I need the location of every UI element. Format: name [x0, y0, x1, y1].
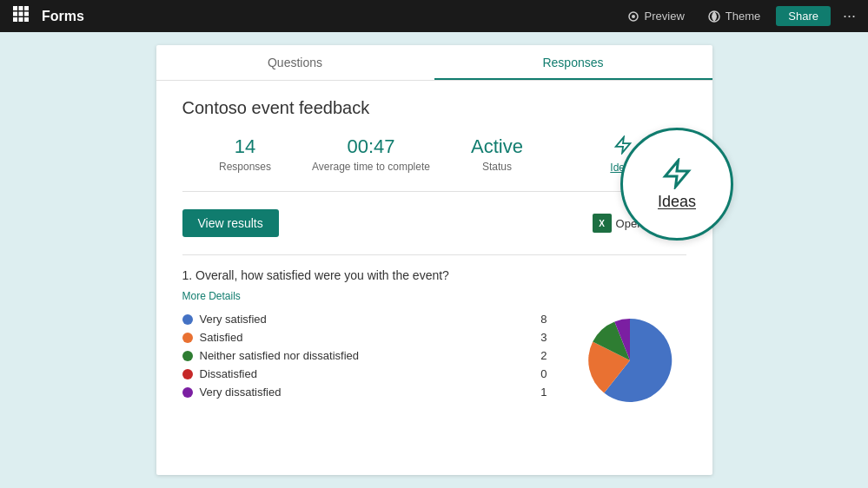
count-very-satisfied: 8	[540, 313, 547, 326]
answer-row: Very satisfied 8	[182, 313, 547, 326]
form-card: Questions Responses Contoso event feedba…	[156, 45, 712, 475]
avg-time-label: Average time to complete	[308, 161, 434, 173]
responses-label: Responses	[182, 161, 308, 173]
answer-row: Neither satisfied nor dissatisfied 2	[182, 349, 547, 362]
avg-time-value: 00:47	[308, 135, 434, 158]
question-section: 1. Overall, how satisfied were you with …	[182, 254, 686, 408]
dot-dissatisfied	[182, 369, 193, 379]
stat-avg-time: 00:47 Average time to complete	[308, 135, 434, 174]
svg-rect-8	[24, 17, 29, 22]
svg-rect-1	[19, 6, 23, 10]
dot-very-dissatisfied	[182, 387, 193, 398]
answer-row: Dissatisfied 0	[182, 367, 547, 380]
answer-row: Very dissatisfied 1	[182, 386, 547, 399]
stat-status: Active Status	[434, 135, 560, 174]
responses-value: 14	[182, 135, 308, 158]
answers-chart: Very satisfied 8 Satisfied 3 Neither sat…	[182, 313, 686, 408]
ideas-popup[interactable]: Ideas	[620, 128, 733, 241]
excel-icon: X	[593, 214, 612, 233]
svg-rect-3	[13, 12, 17, 16]
status-label: Status	[434, 161, 560, 173]
pie-chart	[573, 313, 686, 408]
count-neither: 2	[540, 349, 547, 362]
dot-very-satisfied	[182, 314, 193, 325]
question-text: Overall, how satisfied were you with the…	[195, 268, 449, 282]
share-label: Share	[788, 10, 818, 23]
lightning-icon	[661, 158, 692, 189]
dot-satisfied	[182, 333, 193, 343]
answer-very-satisfied: Very satisfied	[200, 313, 534, 326]
more-icon: ···	[843, 7, 856, 24]
answer-dissatisfied: Dissatisfied	[200, 367, 534, 380]
svg-rect-7	[19, 17, 23, 22]
question-title: 1. Overall, how satisfied were you with …	[182, 268, 686, 282]
preview-label: Preview	[645, 10, 685, 23]
svg-rect-6	[13, 17, 17, 22]
more-options-button[interactable]: ···	[839, 7, 859, 25]
svg-rect-0	[13, 6, 17, 10]
app-title: Forms	[42, 9, 84, 24]
navbar: Forms Preview Theme Share ···	[0, 0, 868, 32]
svg-rect-4	[19, 12, 23, 16]
more-details-link[interactable]: More Details	[182, 290, 241, 302]
stat-responses: 14 Responses	[182, 135, 308, 174]
question-number: 1.	[182, 268, 193, 282]
count-dissatisfied: 0	[540, 367, 547, 380]
tab-questions[interactable]: Questions	[156, 45, 434, 80]
svg-point-10	[632, 15, 635, 18]
svg-rect-2	[24, 6, 29, 10]
preview-button[interactable]: Preview	[620, 6, 692, 27]
buttons-row: View results X Open in Excel	[182, 209, 686, 237]
svg-rect-5	[24, 12, 29, 16]
count-very-dissatisfied: 1	[540, 386, 547, 399]
answer-satisfied: Satisfied	[200, 331, 534, 344]
answers-list: Very satisfied 8 Satisfied 3 Neither sat…	[182, 313, 547, 408]
stats-row: 14 Responses 00:47 Average time to compl…	[182, 135, 686, 192]
tab-responses[interactable]: Responses	[434, 45, 712, 80]
count-satisfied: 3	[540, 331, 547, 344]
answer-row: Satisfied 3	[182, 331, 547, 344]
form-title: Contoso event feedback	[182, 98, 686, 118]
theme-button[interactable]: Theme	[700, 6, 767, 27]
ideas-popup-label: Ideas	[658, 193, 696, 211]
share-button[interactable]: Share	[776, 6, 831, 26]
dot-neither	[182, 351, 193, 361]
main-area: Questions Responses Contoso event feedba…	[0, 32, 868, 488]
answer-neither: Neither satisfied nor dissatisfied	[200, 349, 534, 362]
card-body: Contoso event feedback 14 Responses 00:4…	[156, 81, 712, 425]
theme-label: Theme	[726, 10, 760, 23]
waffle-icon[interactable]	[9, 6, 33, 26]
status-value: Active	[434, 135, 560, 158]
answer-very-dissatisfied: Very dissatisfied	[200, 386, 534, 399]
tabs-bar: Questions Responses	[156, 45, 712, 81]
view-results-button[interactable]: View results	[182, 209, 279, 237]
